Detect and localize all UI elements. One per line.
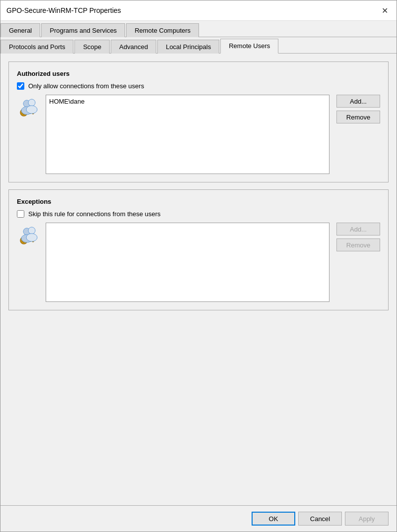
tab-content: Authorized users Only allow connections … [0,54,397,505]
tab-row-2: Protocols and Ports Scope Advanced Local… [0,37,397,54]
tab-row-1: General Programs and Services Remote Com… [0,21,397,37]
properties-window: GPO-Secure-WinRM-TCP Properties ✕ Genera… [0,0,397,532]
svg-point-17 [26,234,37,241]
authorized-checkbox-row: Only allow connections from these users [17,82,380,90]
authorized-remove-button[interactable]: Remove [336,111,380,123]
title-bar: GPO-Secure-WinRM-TCP Properties ✕ [0,0,397,21]
ok-button[interactable]: OK [252,512,295,526]
exceptions-users-row: Add... Remove [17,223,380,302]
tab-programs-services[interactable]: Programs and Services [41,23,125,37]
footer: OK Cancel Apply [0,505,397,532]
exceptions-add-button[interactable]: Add... [336,223,380,236]
authorized-users-list[interactable]: HOME\dane [46,95,330,174]
users-icon-svg [17,97,41,120]
svg-point-8 [26,106,37,114]
exceptions-users-icon [17,225,41,248]
authorized-users-row: HOME\dane Add... Remove [17,95,380,174]
authorized-btn-group: Add... Remove [336,95,380,123]
authorized-add-button[interactable]: Add... [336,95,380,108]
window-title: GPO-Secure-WinRM-TCP Properties [6,6,121,14]
tab-general[interactable]: General [0,23,40,37]
authorized-users-checkbox[interactable] [17,82,24,90]
authorized-users-icon [17,97,41,120]
tab-remote-users[interactable]: Remote Users [220,39,278,54]
exceptions-checkbox-row: Skip this rule for connections from thes… [17,210,380,218]
svg-point-7 [28,99,35,106]
authorized-users-section: Authorized users Only allow connections … [8,61,389,182]
tab-remote-computers[interactable]: Remote Computers [126,23,199,37]
cancel-button[interactable]: Cancel [298,512,342,526]
exceptions-remove-button[interactable]: Remove [336,238,380,251]
exceptions-icon-svg [17,225,41,248]
tab-advanced[interactable]: Advanced [111,40,156,54]
exceptions-users-list[interactable] [46,223,330,302]
close-button[interactable]: ✕ [379,4,391,16]
exceptions-btn-group: Add... Remove [336,223,380,251]
exceptions-title: Exceptions [17,198,380,205]
svg-point-16 [28,227,35,234]
exceptions-checkbox[interactable] [17,210,24,218]
authorized-users-checkbox-label: Only allow connections from these users [28,82,144,90]
apply-button[interactable]: Apply [345,512,389,526]
exceptions-checkbox-label: Skip this rule for connections from thes… [28,210,161,218]
authorized-users-title: Authorized users [17,70,380,77]
user-entry: HOME\dane [48,97,327,106]
tab-scope[interactable]: Scope [74,40,110,54]
tab-protocols-ports[interactable]: Protocols and Ports [0,40,73,54]
exceptions-section: Exceptions Skip this rule for connection… [8,189,389,310]
tab-local-principals[interactable]: Local Principals [157,40,219,54]
